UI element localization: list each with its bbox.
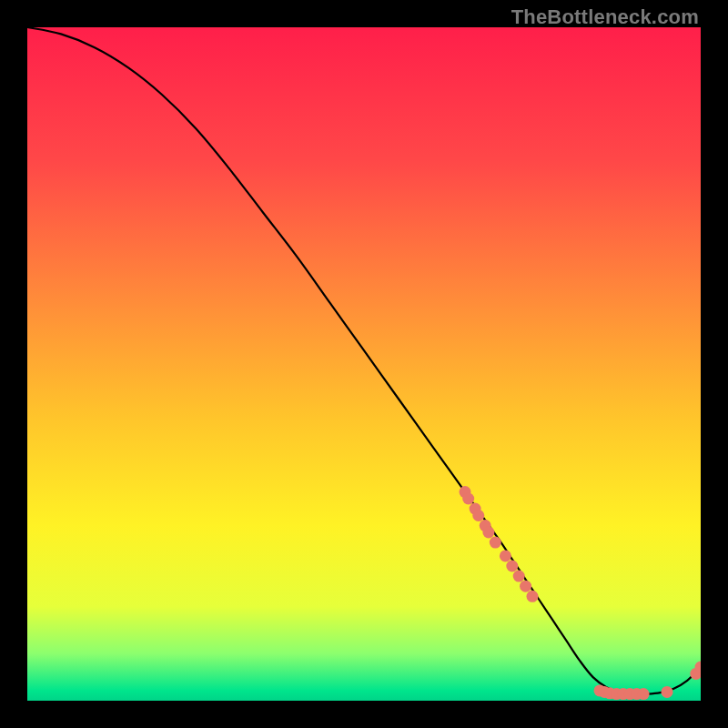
marker-point xyxy=(513,571,525,582)
marker-point xyxy=(500,550,511,561)
chart-svg xyxy=(27,27,701,701)
watermark-text: TheBottleneck.com xyxy=(511,5,699,29)
marker-point xyxy=(662,686,673,698)
marker-point xyxy=(490,537,501,549)
marker-point xyxy=(506,561,518,572)
plot-area xyxy=(27,27,701,701)
marker-point xyxy=(638,688,650,700)
chart-frame: TheBottleneck.com xyxy=(0,0,728,728)
marker-point xyxy=(482,527,494,539)
marker-point xyxy=(520,581,531,592)
marker-point xyxy=(462,493,474,505)
marker-point xyxy=(472,510,484,521)
marker-point xyxy=(527,591,539,602)
gradient-background xyxy=(27,27,701,701)
